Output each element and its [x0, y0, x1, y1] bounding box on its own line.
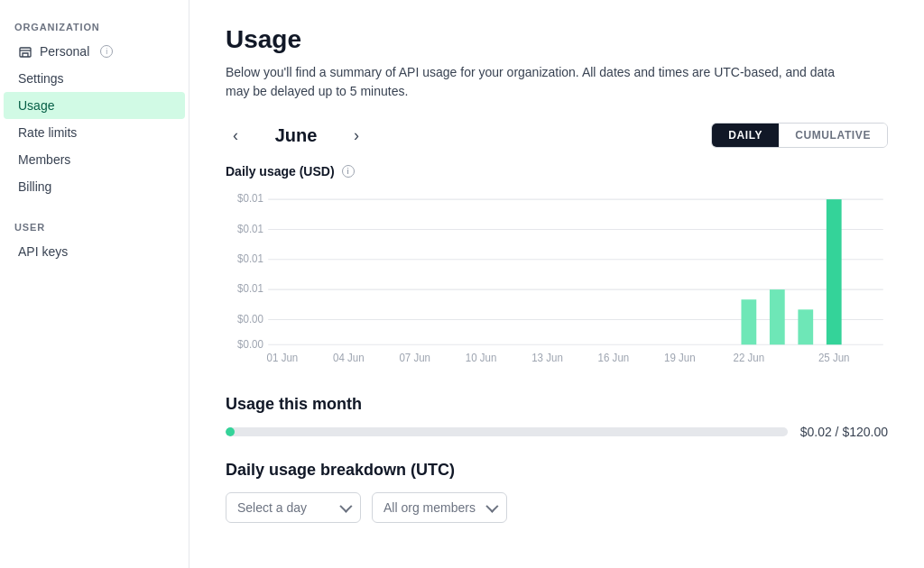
- chevron-down-icon-2: [485, 500, 498, 513]
- sidebar-item-members-label: Members: [18, 152, 70, 167]
- svg-text:$0.00: $0.00: [237, 312, 263, 325]
- sidebar-item-usage[interactable]: Usage: [4, 92, 185, 119]
- daily-toggle-button[interactable]: DAILY: [712, 124, 779, 147]
- progress-bar-wrap: [226, 427, 788, 436]
- prev-month-button[interactable]: ‹: [226, 125, 245, 145]
- chart-svg: $0.01 $0.01 $0.01 $0.01 $0.00 $0.00: [226, 189, 888, 370]
- svg-text:01 Jun: 01 Jun: [267, 352, 299, 364]
- main-content: Usage Below you'll find a summary of API…: [189, 0, 924, 568]
- svg-text:$0.01: $0.01: [237, 222, 263, 234]
- sidebar-item-members[interactable]: Members: [4, 146, 185, 173]
- day-filter-label: Select a day: [237, 500, 307, 515]
- svg-text:$0.01: $0.01: [237, 192, 263, 205]
- sidebar: ORGANIZATION Personal i Settings Usage R…: [0, 0, 189, 568]
- progress-row: $0.02 / $120.00: [226, 425, 888, 439]
- sidebar-item-billing-label: Billing: [18, 179, 51, 194]
- svg-text:16 Jun: 16 Jun: [598, 352, 630, 364]
- breakdown-section: Daily usage breakdown (UTC) Select a day…: [226, 461, 888, 523]
- current-month-label: June: [260, 125, 332, 146]
- next-month-button[interactable]: ›: [346, 125, 366, 145]
- user-section-label: USER: [0, 222, 189, 233]
- sidebar-item-personal-label: Personal: [40, 44, 89, 59]
- svg-text:$0.01: $0.01: [237, 252, 263, 265]
- sidebar-item-rate-limits[interactable]: Rate limits: [4, 119, 185, 146]
- cumulative-toggle-button[interactable]: CUMULATIVE: [779, 124, 887, 147]
- svg-text:22 Jun: 22 Jun: [734, 352, 765, 364]
- svg-rect-0: [20, 48, 31, 57]
- view-toggle: DAILY CUMULATIVE: [711, 123, 888, 148]
- svg-text:04 Jun: 04 Jun: [333, 352, 365, 364]
- day-filter-select[interactable]: Select a day: [226, 492, 361, 523]
- org-section-label: ORGANIZATION: [0, 22, 189, 32]
- bar-22jun: [741, 299, 756, 344]
- progress-bar-fill: [226, 427, 235, 436]
- sidebar-item-api-keys[interactable]: API keys: [4, 238, 185, 265]
- usage-month-title: Usage this month: [226, 395, 888, 414]
- sidebar-item-settings[interactable]: Settings: [4, 65, 185, 92]
- sidebar-item-personal[interactable]: Personal i: [4, 38, 185, 65]
- info-icon[interactable]: i: [100, 45, 113, 58]
- member-filter-select[interactable]: All org members: [372, 492, 507, 523]
- bar-25jun: [827, 199, 842, 344]
- member-filter-label: All org members: [383, 500, 476, 515]
- usage-month-section: Usage this month $0.02 / $120.00: [226, 395, 888, 439]
- building-icon: [18, 44, 32, 59]
- chart-info-icon[interactable]: i: [342, 165, 355, 178]
- sidebar-item-settings-label: Settings: [18, 71, 64, 86]
- chart-title: Daily usage (USD) i: [226, 164, 888, 179]
- progress-label: $0.02 / $120.00: [800, 425, 888, 439]
- chart-container: $0.01 $0.01 $0.01 $0.01 $0.00 $0.00: [226, 189, 888, 370]
- breakdown-title: Daily usage breakdown (UTC): [226, 461, 888, 480]
- svg-text:07 Jun: 07 Jun: [399, 352, 430, 364]
- sidebar-item-billing[interactable]: Billing: [4, 173, 185, 200]
- svg-text:10 Jun: 10 Jun: [466, 352, 497, 364]
- bar-23jun: [770, 289, 785, 344]
- month-nav-center: ‹ June ›: [226, 125, 366, 146]
- daily-usage-chart-section: Daily usage (USD) i $0.01 $0.01 $0.01 $0…: [226, 164, 888, 370]
- svg-text:13 Jun: 13 Jun: [531, 352, 563, 364]
- chevron-down-icon: [339, 500, 352, 513]
- svg-text:$0.00: $0.00: [237, 337, 263, 350]
- svg-text:$0.01: $0.01: [237, 282, 263, 295]
- sidebar-item-rate-limits-label: Rate limits: [18, 125, 77, 140]
- svg-text:25 Jun: 25 Jun: [818, 352, 850, 364]
- sidebar-item-api-keys-label: API keys: [18, 244, 68, 259]
- page-title: Usage: [226, 25, 888, 54]
- breakdown-filters: Select a day All org members: [226, 492, 888, 523]
- sidebar-item-usage-label: Usage: [18, 98, 54, 113]
- svg-text:19 Jun: 19 Jun: [664, 352, 696, 364]
- page-description: Below you'll find a summary of API usage…: [226, 63, 839, 101]
- month-navigation: ‹ June › DAILY CUMULATIVE: [226, 123, 888, 148]
- bar-24jun: [798, 309, 813, 344]
